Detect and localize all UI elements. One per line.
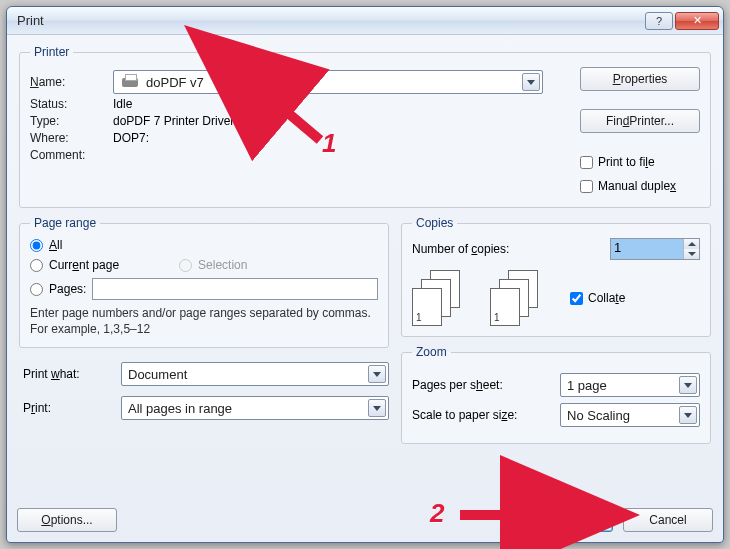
scale-to-paper-label: Scale to paper size: [412,408,552,422]
window-title: Print [17,13,643,28]
chevron-down-icon [679,406,697,424]
print-what-select[interactable]: Document [121,362,389,386]
name-label: Name: [30,75,105,89]
properties-button[interactable]: Properties [580,67,700,91]
options-button[interactable]: Options... [17,508,117,532]
dialog-footer: Options... OK Cancel [7,502,723,542]
find-printer-button[interactable]: Find Printer... [580,109,700,133]
close-icon: ✕ [693,14,702,27]
num-copies-label: Number of copies: [412,242,509,256]
spin-up-button[interactable] [684,239,699,249]
help-button[interactable]: ? [645,12,673,30]
range-pages-input[interactable] [30,283,43,296]
collate-illustration: 3 2 1 3 2 1 [412,270,540,326]
range-all-input[interactable] [30,239,43,252]
print-dialog: Print ? ✕ Printer Name: doPDF v7 Status:… [6,6,724,543]
print-what-value: Document [128,367,368,382]
range-current[interactable]: Current page [30,258,119,272]
print-to-file-input[interactable] [580,156,593,169]
printer-select[interactable]: doPDF v7 [113,70,543,94]
cancel-button[interactable]: Cancel [623,508,713,532]
comment-label: Comment: [30,148,105,162]
range-selection-input [179,259,192,272]
chevron-down-icon [522,73,540,91]
ok-button[interactable]: OK [523,508,613,532]
pages-per-sheet-label: Pages per sheet: [412,378,552,392]
scale-to-paper-value: No Scaling [567,408,679,423]
printer-group: Printer Name: doPDF v7 Status:Idle Type:… [19,45,711,208]
type-label: Type: [30,114,105,128]
zoom-group: Zoom Pages per sheet: 1 page Scale to pa… [401,345,711,444]
num-copies-value[interactable]: 1 [611,239,683,259]
page-range-legend: Page range [30,216,100,230]
range-current-input[interactable] [30,259,43,272]
num-copies-spinner[interactable]: 1 [610,238,700,260]
annotation-number-2: 2 [430,498,444,529]
titlebar[interactable]: Print ? ✕ [7,7,723,35]
collate-checkbox[interactable]: Collate [570,291,625,305]
collate-input[interactable] [570,292,583,305]
page-range-hint: Enter page numbers and/or page ranges se… [30,306,378,337]
printer-legend: Printer [30,45,73,59]
print-to-file-label: Print to file [598,155,655,169]
pages-per-sheet-value: 1 page [567,378,679,393]
where-value: DOP7: [113,131,149,145]
pages-input[interactable] [92,278,378,300]
print-scope-value: All pages in range [128,401,368,416]
print-scope-area: Print what: Document Print: All pages in… [19,356,389,422]
manual-duplex-input[interactable] [580,180,593,193]
spin-down-button[interactable] [684,249,699,259]
status-label: Status: [30,97,105,111]
chevron-down-icon [688,252,696,256]
scale-to-paper-select[interactable]: No Scaling [560,403,700,427]
print-scope-select[interactable]: All pages in range [121,396,389,420]
zoom-legend: Zoom [412,345,451,359]
print-to-file-checkbox[interactable]: Print to file [580,155,700,169]
type-value: doPDF 7 Printer Driver [113,114,234,128]
chevron-down-icon [368,365,386,383]
help-icon: ? [656,15,662,27]
manual-duplex-checkbox[interactable]: Manual duplex [580,179,700,193]
range-selection: Selection [179,258,247,272]
printer-selected-value: doPDF v7 [146,75,522,90]
printer-icon [120,74,140,90]
copies-group: Copies Number of copies: 1 [401,216,711,337]
manual-duplex-label: Manual duplex [598,179,676,193]
where-label: Where: [30,131,105,145]
chevron-down-icon [368,399,386,417]
print-what-label: Print what: [23,367,113,381]
annotation-number-1: 1 [322,128,336,159]
chevron-down-icon [679,376,697,394]
range-all[interactable]: All [30,238,378,252]
copies-legend: Copies [412,216,457,230]
range-pages[interactable]: Pages: [30,278,378,300]
print-scope-label: Print: [23,401,113,415]
chevron-up-icon [688,242,696,246]
close-button[interactable]: ✕ [675,12,719,30]
status-value: Idle [113,97,132,111]
pages-per-sheet-select[interactable]: 1 page [560,373,700,397]
page-range-group: Page range All Current page [19,216,389,348]
